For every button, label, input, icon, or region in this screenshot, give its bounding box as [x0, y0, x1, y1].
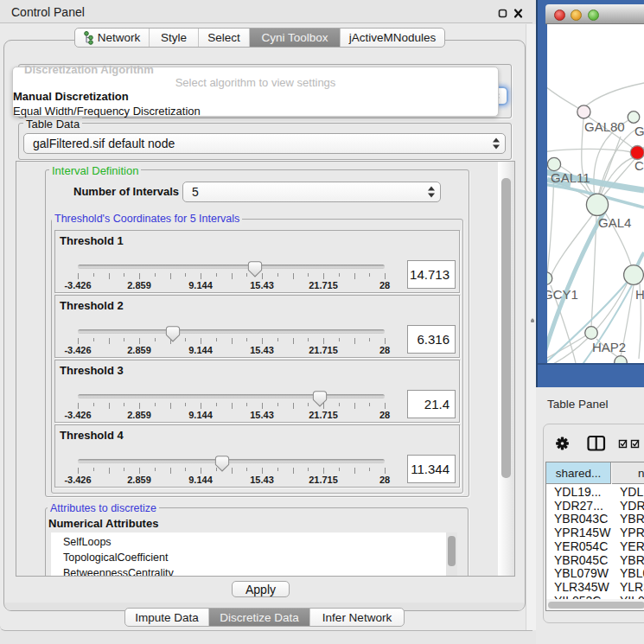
svg-text:GAL80: GAL80	[584, 119, 625, 134]
svg-text:HAP2: HAP2	[592, 340, 626, 354]
svg-text:HA: HA	[635, 287, 644, 302]
svg-text:GA: GA	[634, 124, 644, 138]
svg-text:C: C	[634, 158, 644, 173]
svg-text:GAL11: GAL11	[551, 170, 590, 185]
svg-text:GAL4: GAL4	[598, 215, 631, 230]
svg-text:GCY1: GCY1	[547, 287, 578, 302]
